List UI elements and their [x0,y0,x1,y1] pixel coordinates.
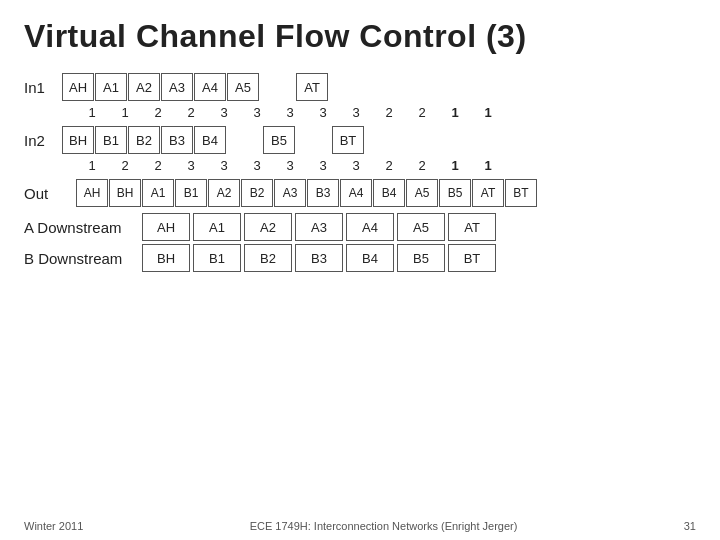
in1-num-12: 1 [439,105,471,120]
a-ds-a4: A4 [346,213,394,241]
page-title: Virtual Channel Flow Control (3) [24,18,696,55]
in1-num-5: 3 [208,105,240,120]
out-b3: B3 [307,179,339,207]
a-downstream-label: A Downstream [24,219,142,236]
in1-cell-a2: A2 [128,73,160,101]
in2-cell-b5: B5 [263,126,295,154]
in2-cell-bt: BT [332,126,364,154]
out-a5: A5 [406,179,438,207]
in1-num-6: 3 [241,105,273,120]
b-ds-bt: BT [448,244,496,272]
out-at: AT [472,179,504,207]
b-downstream-group: B Downstream BH B1 B2 B3 B4 B5 BT [24,244,696,272]
a-ds-at: AT [448,213,496,241]
b-ds-bh: BH [142,244,190,272]
in2-nums-row: 1 2 2 3 3 3 3 3 3 2 2 1 1 [24,158,696,173]
in2-num-1: 1 [76,158,108,173]
footer-left: Winter 2011 [24,520,83,532]
in2-num-2: 2 [109,158,141,173]
in2-label: In2 [24,132,62,149]
in1-cell-a3: A3 [161,73,193,101]
in2-num-9: 3 [340,158,372,173]
in1-cell-at: AT [296,73,328,101]
in1-cell-ah: AH [62,73,94,101]
in1-num-11: 2 [406,105,438,120]
a-ds-a2: A2 [244,213,292,241]
out-bt: BT [505,179,537,207]
in2-cell-bh: BH [62,126,94,154]
out-b2: B2 [241,179,273,207]
in1-num-8: 3 [307,105,339,120]
in1-num-1: 1 [76,105,108,120]
out-group: Out AH BH A1 B1 A2 B2 A3 B3 A4 B4 A5 B5 … [24,179,696,207]
in1-cell-a4: A4 [194,73,226,101]
in2-num-10: 2 [373,158,405,173]
in2-num-12: 1 [439,158,471,173]
out-ah: AH [76,179,108,207]
b-ds-b4: B4 [346,244,394,272]
a-ds-ah: AH [142,213,190,241]
in2-cell-b3: B3 [161,126,193,154]
in2-cell-b1: B1 [95,126,127,154]
in1-cells-row: In1 AH A1 A2 A3 A4 A5 AT [24,73,696,101]
out-a2: A2 [208,179,240,207]
b-ds-b5: B5 [397,244,445,272]
b-ds-b3: B3 [295,244,343,272]
in2-num-4: 3 [175,158,207,173]
in2-num-6: 3 [241,158,273,173]
b-ds-b1: B1 [193,244,241,272]
out-a1: A1 [142,179,174,207]
in1-num-7: 3 [274,105,306,120]
a-ds-a1: A1 [193,213,241,241]
in1-nums-row: 1 1 2 2 3 3 3 3 3 2 2 1 1 [24,105,696,120]
out-label: Out [24,185,76,202]
b-ds-b2: B2 [244,244,292,272]
in1-cell-a5: A5 [227,73,259,101]
in2-num-3: 2 [142,158,174,173]
in2-num-5: 3 [208,158,240,173]
a-ds-a5: A5 [397,213,445,241]
page: Virtual Channel Flow Control (3) In1 AH … [0,0,720,540]
in1-num-10: 2 [373,105,405,120]
in1-num-2: 1 [109,105,141,120]
footer-center: ECE 1749H: Interconnection Networks (Enr… [250,520,518,532]
in1-cell-a1: A1 [95,73,127,101]
in2-num-7: 3 [274,158,306,173]
out-b5: B5 [439,179,471,207]
in1-num-3: 2 [142,105,174,120]
b-downstream-label: B Downstream [24,250,142,267]
in1-group: In1 AH A1 A2 A3 A4 A5 AT 1 1 2 2 3 3 3 3… [24,73,696,120]
footer-right: 31 [684,520,696,532]
in2-cell-b2: B2 [128,126,160,154]
in2-num-13: 1 [472,158,504,173]
out-a3: A3 [274,179,306,207]
in1-label: In1 [24,79,62,96]
a-ds-a3: A3 [295,213,343,241]
out-a4: A4 [340,179,372,207]
in2-cells-row: In2 BH B1 B2 B3 B4 B5 BT [24,126,696,154]
a-downstream-group: A Downstream AH A1 A2 A3 A4 A5 AT [24,213,696,241]
in1-num-9: 3 [340,105,372,120]
out-bh: BH [109,179,141,207]
in1-num-4: 2 [175,105,207,120]
in2-cell-b4: B4 [194,126,226,154]
footer: Winter 2011 ECE 1749H: Interconnection N… [24,520,696,532]
in2-group: In2 BH B1 B2 B3 B4 B5 BT 1 2 2 3 3 3 3 3… [24,126,696,173]
in1-num-13: 1 [472,105,504,120]
in2-num-8: 3 [307,158,339,173]
out-b4: B4 [373,179,405,207]
out-b1: B1 [175,179,207,207]
in2-num-11: 2 [406,158,438,173]
